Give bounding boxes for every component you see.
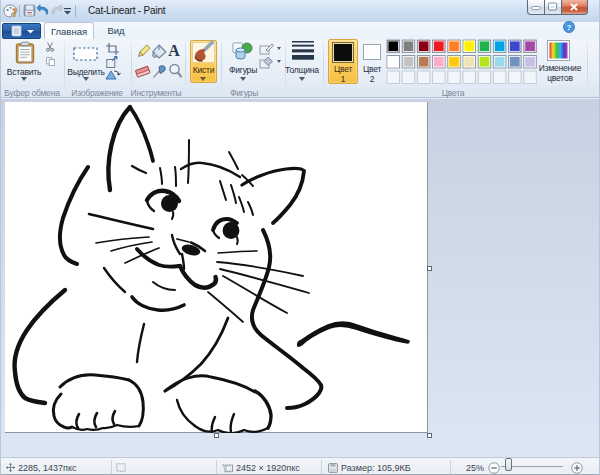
svg-text:?: ? bbox=[567, 23, 572, 32]
